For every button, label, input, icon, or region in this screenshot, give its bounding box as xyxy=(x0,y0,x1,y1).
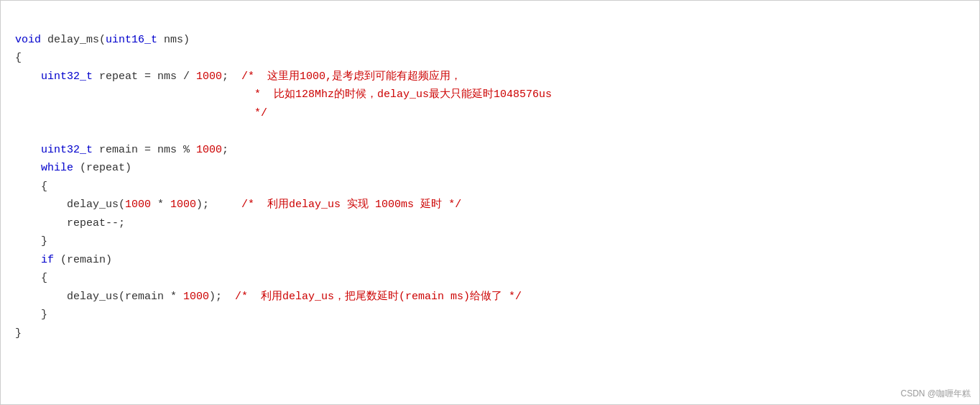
code-container: void delay_ms(uint16_t nms) { uint32_t r… xyxy=(0,0,980,405)
watermark: CSDN @咖喱年糕 xyxy=(900,388,971,400)
code-block: void delay_ms(uint16_t nms) { uint32_t r… xyxy=(15,12,965,361)
line-1: void delay_ms(uint16_t nms) { uint32_t r… xyxy=(15,34,552,340)
